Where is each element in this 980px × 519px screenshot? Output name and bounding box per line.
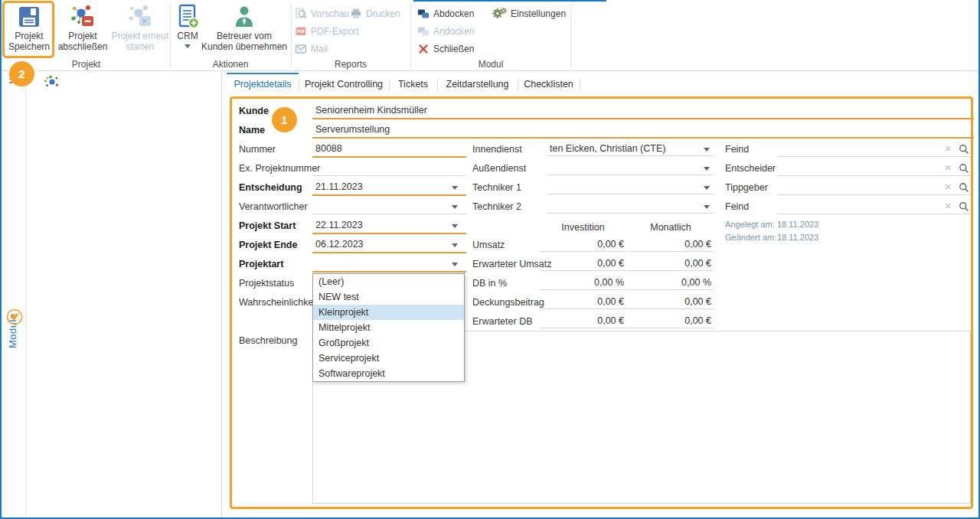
ex-projektnummer-field[interactable]	[312, 161, 466, 176]
aussendienst-combo[interactable]	[547, 161, 714, 175]
projekt-ende-combo[interactable]: 06.12.2023	[312, 237, 466, 253]
finish-project-button[interactable]: Projekt abschließen	[57, 3, 109, 58]
dropdown-item-kleinprojekt[interactable]: Kleinprojekt	[313, 305, 464, 320]
modified-at-value: 18.11.2023	[777, 232, 818, 243]
search-icon[interactable]	[959, 144, 969, 155]
feind1-lookup-field[interactable]: ×	[777, 142, 971, 157]
take-caretaker-button[interactable]: Betreuer vom Kunden übernehmen	[204, 3, 285, 58]
tab-projektdetails[interactable]: Projektdetails	[227, 73, 299, 95]
deckungsbeitrag-investition-field[interactable]: 0,00 €	[540, 295, 626, 309]
search-icon[interactable]	[959, 201, 969, 212]
tab-tickets[interactable]: Tickets	[389, 73, 437, 95]
sidebar-tab-module[interactable]: Module	[7, 264, 18, 348]
close-module-button[interactable]: Schließen	[417, 42, 474, 55]
finish-project-icon	[69, 3, 96, 31]
finish-label-line1: Projekt	[68, 31, 96, 41]
caretaker-label-line1: Betreuer vom	[217, 31, 272, 41]
erwarteter-db-label: Erwarteter DB	[472, 314, 533, 329]
chevron-down-icon[interactable]	[452, 224, 458, 228]
dropdown-item-mittelprojekt[interactable]: Mittelprojekt	[313, 320, 464, 335]
tippgeber-lookup-field[interactable]: ×	[777, 180, 971, 195]
techniker1-label: Techniker 1	[472, 180, 521, 195]
restart-project-icon	[126, 3, 154, 31]
wahrscheinlichkeit-label: Wahrscheinlichkeit	[239, 295, 318, 310]
tab-projekt-controlling[interactable]: Projekt Controlling	[299, 73, 389, 95]
db-prozent-monatlich-field[interactable]: 0,00 %	[628, 276, 714, 290]
chevron-down-icon[interactable]	[452, 243, 458, 247]
project-list-panel[interactable]	[27, 71, 222, 517]
umsatz-investition-field[interactable]: 0,00 €	[540, 237, 626, 252]
dropdown-item-grossprojekt[interactable]: Großprojekt	[313, 335, 464, 351]
dropdown-item-leer[interactable]: (Leer)	[313, 274, 464, 289]
clear-icon[interactable]: ×	[945, 199, 952, 213]
chevron-down-icon[interactable]	[704, 148, 710, 152]
entscheider-lookup-field[interactable]: ×	[777, 161, 971, 176]
clear-icon[interactable]: ×	[945, 180, 952, 194]
print-label: Drucken	[366, 8, 400, 19]
crm-button[interactable]: CRM	[173, 3, 202, 58]
column-header-investition: Investition	[540, 220, 626, 234]
nummer-field[interactable]: 80088	[312, 142, 466, 158]
erwarteter-db-investition-field[interactable]: 0,00 €	[540, 314, 626, 328]
created-at-label: Angelegt am:	[725, 219, 775, 230]
kunde-label: Kunde	[239, 103, 269, 119]
chevron-down-icon[interactable]	[452, 263, 458, 266]
name-field[interactable]: Serverumstellung	[312, 122, 974, 139]
entscheidung-combo[interactable]: 21.11.2023	[312, 180, 466, 196]
entscheidung-label: Entscheidung	[239, 180, 302, 195]
undock-label: Abdocken	[433, 8, 474, 19]
tab-zeitdarstellung[interactable]: Zeitdarstellung	[437, 73, 518, 95]
settings-button[interactable]: Einstellungen	[492, 7, 566, 20]
save-label-line1: Projekt	[15, 31, 43, 41]
dropdown-item-serviceprojekt[interactable]: Serviceprojekt	[313, 351, 464, 366]
divider	[518, 79, 518, 90]
projekt-start-label: Projekt Start	[239, 218, 296, 233]
restart-project-button: Projekt erneut starten	[110, 3, 170, 58]
techniker1-combo[interactable]	[547, 180, 714, 194]
projekt-start-combo[interactable]: 22.11.2023	[312, 218, 466, 234]
save-project-button[interactable]: Projekt Speichern	[4, 3, 54, 58]
dropdown-item-softwareprojekt[interactable]: Softwareprojekt	[313, 366, 464, 381]
chevron-down-icon[interactable]	[704, 167, 710, 171]
erwarteter-umsatz-monatlich-field[interactable]: 0,00 €	[628, 256, 714, 271]
projektart-dropdown-list: (Leer) NEW test Kleinprojekt Mittelproje…	[312, 273, 465, 382]
dropdown-item-new-test[interactable]: NEW test	[313, 289, 464, 305]
preview-label: Vorschau	[311, 8, 349, 19]
verantwortlicher-label: Verantwortlicher	[239, 199, 308, 214]
techniker2-combo[interactable]	[547, 199, 714, 214]
search-icon[interactable]	[959, 182, 969, 193]
clear-icon[interactable]: ×	[945, 142, 952, 155]
application-window: Projekt Speichern Projekt abschließen	[0, 0, 980, 519]
kunde-field[interactable]: Seniorenheim Kindsmüller	[312, 103, 974, 119]
verantwortlicher-combo[interactable]	[312, 199, 466, 214]
deckungsbeitrag-monatlich-field[interactable]: 0,00 €	[628, 295, 714, 309]
db-prozent-investition-field[interactable]: 0,00 %	[540, 276, 626, 290]
clear-icon[interactable]: ×	[945, 161, 952, 175]
search-icon[interactable]	[959, 163, 969, 174]
module-badge-icon[interactable]	[6, 308, 23, 325]
chevron-down-icon[interactable]	[185, 44, 191, 48]
projektart-combo[interactable]	[312, 256, 466, 273]
umsatz-monatlich-field[interactable]: 0,00 €	[628, 237, 714, 252]
annotation-badge-1: 1	[272, 107, 297, 132]
preview-icon	[295, 8, 307, 20]
umsatz-label: Umsatz	[472, 237, 505, 253]
window-border-top-segment	[413, 0, 606, 2]
erwarteter-db-monatlich-field[interactable]: 0,00 €	[628, 314, 714, 328]
chevron-down-icon[interactable]	[452, 186, 458, 190]
tab-checklisten[interactable]: Checklisten	[518, 73, 580, 95]
mail-button: Mail	[295, 42, 328, 55]
active-tab-indicator	[227, 73, 299, 74]
undock-button[interactable]: Abdocken	[417, 7, 474, 20]
erwarteter-umsatz-investition-field[interactable]: 0,00 €	[540, 256, 626, 271]
ribbon-group-divider	[291, 4, 292, 68]
chevron-down-icon[interactable]	[704, 205, 710, 209]
close-module-label: Schließen	[433, 44, 474, 54]
chevron-down-icon[interactable]	[452, 205, 458, 209]
crm-label: CRM	[177, 31, 198, 41]
ribbon: Projekt Speichern Projekt abschließen	[0, 0, 980, 71]
finish-label-line2: abschließen	[58, 41, 108, 52]
chevron-down-icon[interactable]	[704, 186, 710, 190]
innendienst-combo[interactable]: ten Eicken, Christian (CTE)	[547, 142, 714, 156]
feind2-lookup-field[interactable]: ×	[777, 199, 971, 214]
